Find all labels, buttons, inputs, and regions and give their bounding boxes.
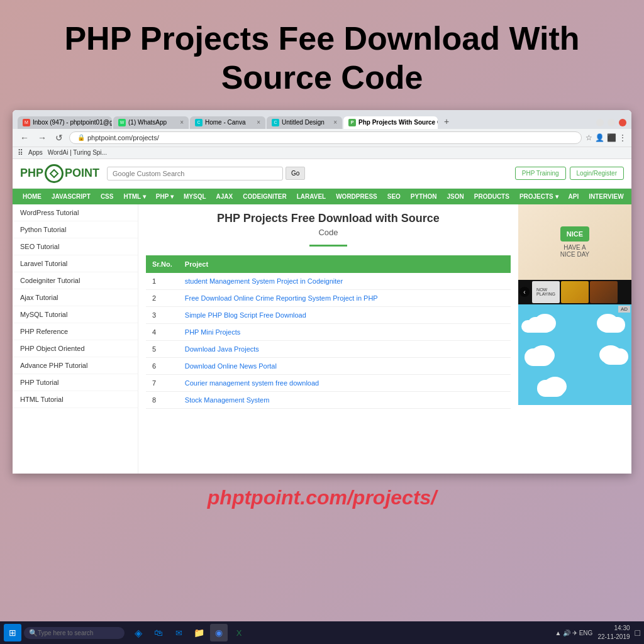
nav-php[interactable]: PHP ▾	[151, 189, 179, 204]
nav-codeigniter[interactable]: CODEIGNITER	[238, 189, 291, 204]
project-link-6[interactable]: Download Online News Portal	[185, 362, 277, 370]
table-cell-sr-2: 2	[146, 289, 179, 306]
reload-button[interactable]: ↺	[53, 131, 65, 144]
start-button[interactable]: ⊞	[4, 624, 21, 641]
tab-label-untitled: Untitled Design	[282, 119, 325, 126]
nav-api[interactable]: API	[564, 189, 584, 204]
tab-label-whatsapp: (1) WhatsApp	[128, 119, 167, 126]
profile-icon[interactable]: 👤	[595, 133, 604, 142]
search-button[interactable]: Go	[286, 167, 305, 180]
sidebar-link-mysql[interactable]: MySQL Tutorial	[13, 306, 138, 323]
sidebar-link-php[interactable]: PHP Tutorial	[13, 374, 138, 391]
browser-controls: ← → ↺ 🔒 phptpoint.com/projects/ ☆ 👤 ⬛ ⋮	[13, 129, 631, 147]
url-text: phptpoint.com/projects/	[87, 134, 159, 142]
website-content: PHP POINT Go PHP Training Login/Register…	[13, 159, 631, 474]
tab-phpprojects[interactable]: P Php Projects With Source Code... ×	[343, 116, 438, 129]
taskbar-search-input[interactable]	[24, 627, 125, 639]
table-row: 2 Free Download Online Crime Reporting S…	[146, 289, 511, 306]
project-link-7[interactable]: Courier management system free download	[185, 379, 319, 387]
sidebar-link-seo[interactable]: SEO Tutorial	[13, 238, 138, 255]
nav-products[interactable]: PRODUCTS	[469, 189, 514, 204]
tab-inbox[interactable]: M Inbox (947) - phptpoint01@gm... ×	[18, 116, 112, 129]
sidebar-link-codeigniter[interactable]: Codeigniter Tutorial	[13, 272, 138, 289]
table-cell-project-1: student Management System Project in Cod…	[179, 273, 511, 290]
nav-json[interactable]: JSON	[442, 189, 469, 204]
nav-interview[interactable]: INTERVIEW	[584, 189, 628, 204]
sidebar-link-html[interactable]: HTML Tutorial	[13, 391, 138, 408]
sidebar-link-ajax[interactable]: Ajax Tutorial	[13, 289, 138, 306]
nav-javascript[interactable]: JAVASCRIPT	[47, 189, 96, 204]
bookmark-apps[interactable]: Apps	[28, 149, 43, 156]
table-cell-sr-8: 8	[146, 391, 179, 408]
window-minimize[interactable]	[596, 119, 604, 126]
bookmark-wordai[interactable]: WordAi | Turing Spi...	[48, 149, 107, 156]
bookmark-star-icon[interactable]: ☆	[586, 133, 592, 142]
php-training-button[interactable]: PHP Training	[515, 167, 566, 180]
nav-mysql[interactable]: MYSQL	[179, 189, 211, 204]
search-area: Go	[107, 167, 508, 180]
main-heading: PHP Projects Fee Download With Source Co…	[25, 19, 619, 97]
table-cell-sr-3: 3	[146, 306, 179, 323]
apps-icon: ⠿	[18, 148, 23, 157]
search-input[interactable]	[107, 167, 283, 180]
nav-wordpress[interactable]: WORDPRESS	[331, 189, 382, 204]
project-link-3[interactable]: Simple PHP Blog Script Free Download	[185, 311, 306, 319]
logo-arrow-icon	[49, 169, 59, 179]
back-button[interactable]: ←	[18, 131, 31, 144]
taskbar-system-icons: ▲ 🔊 ✈ ENG	[555, 630, 592, 636]
site-logo[interactable]: PHP POINT	[20, 164, 99, 183]
table-row: 6 Download Online News Portal	[146, 357, 511, 374]
table-header-project: Project	[179, 255, 511, 273]
tab-whatsapp[interactable]: W (1) WhatsApp ×	[113, 116, 189, 129]
tab-close-whatsapp[interactable]: ×	[180, 119, 184, 126]
taskbar-folder[interactable]: 📁	[190, 624, 208, 641]
table-cell-project-3: Simple PHP Blog Script Free Download	[179, 306, 511, 323]
nav-projects[interactable]: PROJECTS ▾	[514, 189, 564, 204]
extensions-icon[interactable]: ⬛	[607, 133, 616, 142]
project-link-1[interactable]: student Management System Project in Cod…	[185, 277, 343, 285]
nav-python[interactable]: PYTHON	[406, 189, 442, 204]
nav-css[interactable]: CSS	[96, 189, 119, 204]
table-cell-sr-5: 5	[146, 340, 179, 357]
window-close[interactable]	[619, 119, 626, 126]
login-register-button[interactable]: Login/Register	[570, 167, 624, 180]
browser-tabs: M Inbox (947) - phptpoint01@gm... × W (1…	[18, 114, 626, 129]
taskbar-right: ▲ 🔊 ✈ ENG 14:30 22-11-2019 □	[555, 624, 640, 641]
taskbar-mail[interactable]: ✉	[170, 624, 187, 641]
taskbar-store[interactable]: 🛍	[150, 624, 167, 641]
tab-untitled[interactable]: C Untitled Design ×	[267, 116, 342, 129]
taskbar-chrome[interactable]: ◉	[210, 624, 228, 641]
nav-home[interactable]: HOME	[18, 189, 47, 204]
tab-canva[interactable]: C Home - Canva ×	[190, 116, 265, 129]
nav-html[interactable]: HTML ▾	[118, 189, 150, 204]
notification-button[interactable]: □	[635, 628, 640, 638]
sidebar-link-php-ref[interactable]: PHP Reference	[13, 323, 138, 340]
project-link-2[interactable]: Free Download Online Crime Reporting Sys…	[185, 294, 378, 302]
sidebar-link-python[interactable]: Python Tutorial	[13, 221, 138, 238]
sidebar-link-laravel[interactable]: Laravel Tutorial	[13, 255, 138, 272]
sidebar-link-php-oop[interactable]: PHP Object Oriented	[13, 340, 138, 357]
tab-favicon-inbox: M	[23, 119, 30, 126]
nav-seo[interactable]: SEO	[382, 189, 406, 204]
search-icon: 🔍	[29, 629, 38, 637]
tab-close-untitled[interactable]: ×	[333, 119, 337, 126]
more-icon[interactable]: ⋮	[619, 133, 626, 142]
taskbar-excel[interactable]: X	[230, 624, 248, 641]
nav-laravel[interactable]: LARAVEL	[292, 189, 331, 204]
address-bar[interactable]: 🔒 phptpoint.com/projects/	[69, 131, 582, 144]
promo-url-text: phptpoint.com/projects/	[13, 486, 631, 509]
table-body: 1 student Management System Project in C…	[146, 273, 511, 409]
logo-circle	[45, 164, 64, 183]
project-link-5[interactable]: Download Java Projects	[185, 345, 259, 353]
window-maximize[interactable]	[608, 119, 615, 126]
project-link-4[interactable]: PHP Mini Projects	[185, 328, 240, 336]
project-link-8[interactable]: Stock Management System	[185, 396, 270, 404]
sidebar-link-wordpress[interactable]: WordPress Tutorial	[13, 204, 138, 221]
nav-ajax[interactable]: AJAX	[211, 189, 238, 204]
taskbar-explorer[interactable]: ◈	[130, 624, 147, 641]
forward-button[interactable]: →	[35, 131, 49, 144]
sidebar-link-advance-php[interactable]: Advance PHP Tutorial	[13, 357, 138, 374]
tab-close-canva[interactable]: ×	[257, 119, 260, 126]
slide-prev-button[interactable]: ‹	[519, 287, 530, 297]
new-tab-button[interactable]: +	[439, 114, 454, 129]
